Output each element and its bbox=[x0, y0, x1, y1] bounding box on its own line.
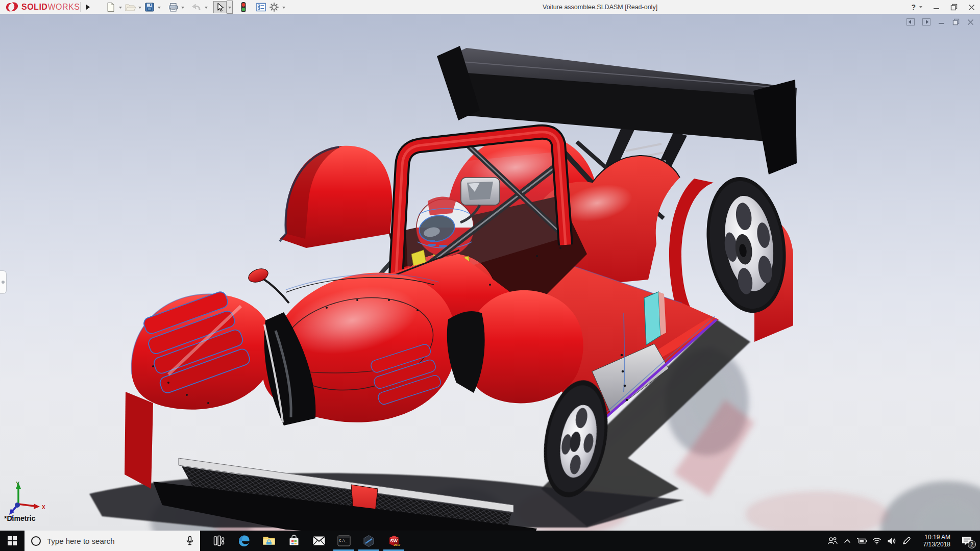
composer-button[interactable] bbox=[356, 531, 381, 551]
taskbar-search[interactable] bbox=[24, 531, 200, 551]
titlebar: SOLIDWORKS bbox=[0, 0, 980, 14]
store-icon bbox=[288, 535, 300, 547]
solidworks-logo-icon bbox=[4, 2, 19, 13]
speaker-icon bbox=[887, 537, 896, 545]
help-dropdown-icon bbox=[919, 6, 922, 10]
chevron-up-icon bbox=[844, 539, 851, 543]
select-button[interactable] bbox=[213, 1, 227, 13]
power-status-button[interactable] bbox=[854, 531, 869, 551]
sw-icon-text: SW bbox=[390, 538, 398, 543]
model-render-racecar bbox=[0, 14, 980, 531]
solidworks-2017-button[interactable]: SW 2017 bbox=[381, 531, 406, 551]
document-properties-button[interactable] bbox=[254, 1, 267, 13]
undo-dropdown[interactable] bbox=[203, 1, 209, 13]
file-explorer-button[interactable] bbox=[256, 531, 281, 551]
toolbar-divider bbox=[80, 2, 81, 12]
display-states-button[interactable] bbox=[237, 1, 250, 13]
standard-toolbar bbox=[104, 1, 287, 13]
document-window-controls bbox=[906, 18, 974, 26]
print-dropdown[interactable] bbox=[180, 1, 186, 13]
feature-panel-tab[interactable] bbox=[0, 270, 7, 294]
people-button[interactable] bbox=[825, 531, 840, 551]
undo-button[interactable] bbox=[190, 1, 203, 13]
options-dropdown[interactable] bbox=[281, 1, 287, 13]
close-button[interactable] bbox=[968, 4, 975, 11]
help-icon: ? bbox=[911, 3, 916, 11]
task-view-icon bbox=[213, 535, 225, 546]
screen: SOLIDWORKS bbox=[0, 0, 980, 551]
document-close-button[interactable] bbox=[967, 19, 974, 26]
print-button[interactable] bbox=[166, 1, 180, 13]
select-cursor-icon bbox=[215, 2, 225, 12]
left-arrow-icon bbox=[909, 20, 911, 24]
start-button[interactable] bbox=[0, 531, 24, 551]
search-input[interactable] bbox=[47, 537, 186, 545]
hidden-icons-button[interactable] bbox=[840, 531, 854, 551]
file-explorer-icon bbox=[262, 535, 276, 546]
taskbar-clock[interactable]: 10:19 AM 7/13/2018 bbox=[918, 534, 950, 548]
options-button[interactable] bbox=[267, 1, 281, 13]
cmd-icon-text: C:\_ bbox=[339, 539, 347, 543]
network-button[interactable] bbox=[869, 531, 884, 551]
pen-icon bbox=[902, 537, 911, 545]
triad-x-label: X bbox=[42, 505, 45, 510]
new-document-button[interactable] bbox=[104, 1, 117, 13]
save-icon bbox=[144, 2, 155, 12]
edge-icon bbox=[237, 534, 251, 547]
restore-button[interactable] bbox=[950, 4, 958, 11]
gear-icon bbox=[269, 2, 279, 12]
microphone-icon[interactable] bbox=[186, 536, 194, 546]
save-dropdown[interactable] bbox=[156, 1, 162, 13]
tab-grip-dot bbox=[2, 281, 5, 284]
people-icon bbox=[827, 537, 838, 545]
store-button[interactable] bbox=[281, 531, 306, 551]
undo-icon bbox=[191, 2, 202, 12]
window-controls: ? bbox=[911, 0, 975, 14]
sw-icon-year: 2017 bbox=[394, 543, 400, 546]
properties-list-icon bbox=[256, 2, 266, 12]
system-tray: 10:19 AM 7/13/2018 2 bbox=[825, 531, 980, 551]
action-center-button[interactable]: 2 bbox=[955, 531, 978, 551]
document-minimize-button[interactable] bbox=[938, 19, 945, 26]
new-document-icon bbox=[106, 2, 116, 12]
solidworks-logo-text: SOLIDWORKS bbox=[21, 3, 80, 12]
pen-settings-button[interactable] bbox=[899, 531, 914, 551]
edge-button[interactable] bbox=[231, 531, 256, 551]
help-button[interactable]: ? bbox=[911, 3, 922, 11]
window-title: Voiture assomblee.SLDASM [Read-only] bbox=[543, 0, 657, 14]
new-document-dropdown[interactable] bbox=[117, 1, 124, 13]
command-prompt-button[interactable]: C:\_ bbox=[331, 531, 356, 551]
minimize-button[interactable] bbox=[933, 4, 940, 11]
view-orientation-label: *Dimetric bbox=[4, 514, 35, 522]
mail-button[interactable] bbox=[306, 531, 331, 551]
save-button[interactable] bbox=[143, 1, 156, 13]
volume-button[interactable] bbox=[884, 531, 899, 551]
triad-y-label: Y bbox=[16, 481, 20, 487]
rear-fender-lip bbox=[669, 179, 714, 320]
previous-document-button[interactable] bbox=[906, 18, 915, 26]
mail-icon bbox=[312, 536, 326, 546]
hexagon-app-icon bbox=[362, 535, 375, 547]
document-restore-button[interactable] bbox=[952, 18, 960, 26]
windows-logo-icon bbox=[8, 536, 17, 545]
battery-icon bbox=[856, 537, 868, 544]
traffic-light-icon bbox=[239, 2, 248, 13]
clock-date: 7/13/2018 bbox=[918, 541, 950, 548]
wifi-icon bbox=[872, 537, 881, 544]
next-document-button[interactable] bbox=[922, 18, 930, 26]
print-icon bbox=[168, 2, 179, 12]
task-view-button[interactable] bbox=[206, 531, 231, 551]
right-arrow-icon bbox=[926, 20, 928, 24]
command-prompt-icon: C:\_ bbox=[337, 535, 351, 546]
cortana-icon bbox=[31, 536, 41, 546]
flyout-arrow-icon bbox=[86, 5, 90, 10]
select-dropdown[interactable] bbox=[227, 1, 233, 14]
solidworks-2017-icon: SW 2017 bbox=[387, 534, 401, 548]
windows-taskbar: C:\_ SW 2017 bbox=[0, 531, 980, 551]
toolbar-flyout-button[interactable] bbox=[83, 2, 92, 12]
open-button[interactable] bbox=[124, 1, 137, 13]
clock-time: 10:19 AM bbox=[918, 534, 950, 541]
graphics-viewport[interactable]: Y X Z *Dimetric bbox=[0, 14, 980, 531]
open-dropdown[interactable] bbox=[137, 1, 143, 13]
open-icon bbox=[125, 2, 136, 12]
